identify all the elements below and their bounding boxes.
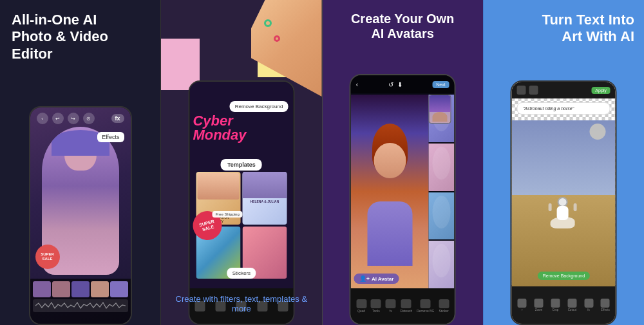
fx-icon bbox=[584, 299, 593, 308]
phone-mockup-4: Apply "Astronaut riding a horse" bbox=[511, 80, 617, 325]
toolbar-icon-4-2 bbox=[529, 86, 538, 95]
back-icon: ‹ bbox=[37, 113, 48, 124]
back-icon-3: ‹ bbox=[356, 81, 358, 88]
tools-icon bbox=[371, 299, 381, 308]
panel1-title: All-in-One AI Photo & Video Editor bbox=[12, 12, 108, 62]
thumb-4 bbox=[91, 281, 109, 297]
thumbnail-preview bbox=[429, 95, 451, 124]
avatar-main-photo bbox=[351, 95, 429, 288]
quad-icon bbox=[356, 299, 366, 308]
effects-icon-4 bbox=[601, 299, 610, 308]
thumb-3 bbox=[71, 281, 90, 297]
sticker-icon bbox=[439, 299, 449, 308]
retouch-icon bbox=[401, 299, 412, 308]
fx-badge: fx bbox=[111, 114, 124, 123]
grid-icon bbox=[535, 299, 544, 308]
thumb-2 bbox=[52, 281, 70, 297]
ring-2 bbox=[274, 35, 280, 42]
astronaut-scene bbox=[512, 120, 616, 286]
templates-label: Templates bbox=[221, 159, 262, 171]
toolbar-icon-4-1 bbox=[517, 86, 526, 95]
nav-effects-4: Effects bbox=[601, 299, 610, 311]
nav-plus: + bbox=[518, 299, 527, 311]
remove-bg-button-4[interactable]: Remove Background bbox=[538, 272, 590, 280]
stickers-label: Stickers bbox=[227, 268, 256, 279]
redo-icon: ↪ bbox=[68, 113, 79, 124]
next-button[interactable]: Next bbox=[432, 81, 449, 88]
panel4-title: Turn Text Into Art With AI bbox=[506, 12, 634, 46]
horse-leg-rl bbox=[573, 203, 576, 211]
shipping-badge: Free Shipping bbox=[212, 211, 242, 218]
template-item-2: HELENA & JULIAN bbox=[242, 172, 287, 225]
phone-nav-3: Quad Tools fx Retouch Remove BG bbox=[351, 288, 455, 324]
share-icon-3: ⬇ bbox=[397, 81, 402, 88]
horse-leg-fl bbox=[548, 203, 551, 211]
avatar-thumb-4 bbox=[428, 241, 454, 288]
sale-badge: SUPERSALE bbox=[35, 245, 60, 269]
nav-tools: Tools bbox=[371, 299, 381, 313]
nav-removebg: Remove BG bbox=[417, 299, 434, 313]
phone-mockup-2: CyberMonday SUPERSALE Free Shipping Remo… bbox=[188, 80, 294, 325]
timeline bbox=[30, 279, 131, 324]
download-icon-3: ↺ bbox=[388, 81, 393, 88]
phone-top-nav-3: ‹ ↺ ⬇ Next bbox=[351, 75, 455, 93]
effects-label: Effects bbox=[97, 132, 124, 142]
remove-bg-label: Remove Background bbox=[230, 101, 289, 112]
apply-button[interactable]: Apply bbox=[591, 87, 611, 94]
panel-avatar: Create Your Own AI Avatars ‹ ↺ ⬇ Next bbox=[322, 0, 483, 325]
nav-sticker: Sticker bbox=[439, 299, 449, 313]
cyber-monday-text: CyberMonday bbox=[193, 114, 246, 142]
nav-cutout: Cutout bbox=[567, 299, 576, 311]
nav-effects: fx bbox=[386, 299, 396, 313]
nav-grid: Zoom bbox=[535, 299, 544, 311]
astronaut-torso bbox=[556, 206, 568, 220]
audio-wave bbox=[33, 299, 128, 312]
phone-toolbar-4: Apply bbox=[512, 82, 616, 98]
plus-icon bbox=[518, 299, 527, 308]
moon bbox=[590, 124, 606, 140]
thumb-5 bbox=[110, 281, 128, 297]
phone-mockup-3: ‹ ↺ ⬇ Next bbox=[350, 74, 456, 325]
panel-text-art: Turn Text Into Art With AI Apply "Astron… bbox=[483, 0, 644, 325]
timeline-strip bbox=[33, 281, 128, 297]
panel3-title: Create Your Own AI Avatars bbox=[351, 12, 454, 41]
panel-editor: All-in-One AI Photo & Video Editor ‹ ↩ ↪… bbox=[0, 0, 160, 325]
horse-rider-group bbox=[550, 197, 574, 228]
undo-icon: ↩ bbox=[52, 113, 64, 124]
nav-crop: Crop bbox=[551, 299, 560, 311]
cutout-icon bbox=[567, 299, 576, 308]
prompt-box: "Astronaut riding a horse" bbox=[517, 102, 611, 115]
removebg-icon bbox=[421, 299, 431, 308]
nav-quad: Quad bbox=[356, 299, 366, 313]
nav-retouch: Retouch bbox=[401, 299, 413, 313]
panel-create: CyberMonday SUPERSALE Free Shipping Remo… bbox=[160, 0, 321, 325]
phone-mockup-1: ‹ ↩ ↪ ⊙ fx Effects SUPERSALE bbox=[29, 106, 132, 325]
ring-1 bbox=[264, 19, 272, 27]
crop-icon bbox=[551, 299, 560, 308]
thumb-1 bbox=[33, 281, 51, 297]
phone-nav-4: + Zoom Crop Cutout fx bbox=[512, 286, 616, 324]
panel2-caption: Create with filters, text, templates & m… bbox=[161, 294, 321, 313]
phone-toolbar-1: ‹ ↩ ↪ ⊙ fx bbox=[30, 107, 131, 129]
effects-icon bbox=[386, 299, 396, 308]
avatar-thumb-2 bbox=[428, 144, 454, 191]
avatar-side-thumbs bbox=[428, 95, 454, 288]
avatar-thumb-3 bbox=[428, 192, 454, 240]
settings-icon: ⊙ bbox=[83, 113, 95, 124]
ai-avatar-label: 👤+ AI Avatar bbox=[354, 274, 399, 284]
nav-fx: fx bbox=[584, 299, 593, 311]
